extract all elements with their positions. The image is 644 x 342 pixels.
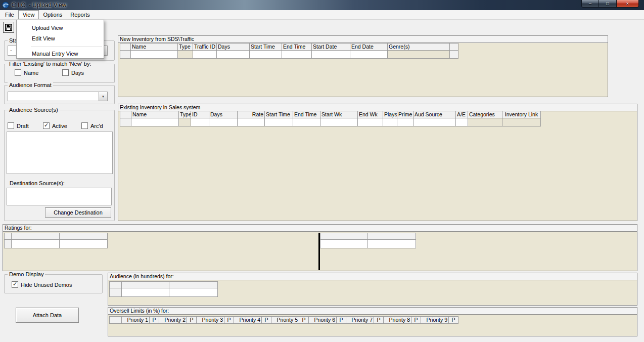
menu-bar: File View Options Reports	[0, 10, 644, 20]
destination-sources-label: Destination Source(s):	[10, 180, 65, 186]
close-button[interactable]: ×	[616, 0, 639, 8]
column-header: Days	[217, 44, 250, 51]
menu-file[interactable]: File	[1, 10, 18, 19]
cell[interactable]	[169, 288, 218, 297]
row-header-cell[interactable]	[110, 288, 122, 297]
save-button[interactable]	[3, 22, 14, 33]
cell[interactable]	[179, 118, 191, 126]
cell[interactable]	[312, 51, 350, 59]
new-inventory-table: Name Type Traffic ID Days Start Time End…	[120, 43, 458, 59]
column-header: Aud Source	[413, 111, 456, 118]
cell[interactable]	[320, 240, 368, 248]
hide-unused-demos-label: Hide Unused Demos	[21, 282, 72, 288]
oversell-table: Priority 1 P Priority 2 P Priority 3 P P…	[109, 316, 458, 324]
draft-checkbox[interactable]: Draft	[8, 122, 29, 129]
cell[interactable]	[358, 118, 383, 126]
oversell-panel: Oversell Limits (in %) for: Priority 1 P…	[108, 307, 637, 336]
table-header-row: Name Type Traffic ID Days Start Time End…	[120, 44, 458, 51]
cell[interactable]	[131, 51, 178, 59]
column-header: ID	[191, 111, 209, 118]
hide-unused-demos-checkbox[interactable]: ✓ Hide Unused Demos	[12, 281, 72, 288]
table-row	[5, 240, 108, 248]
audience-panel: Audience (in hundreds) for:	[108, 273, 637, 306]
column-header: P	[187, 317, 197, 324]
audience-format-combo-value	[8, 92, 99, 101]
cell[interactable]	[238, 118, 265, 126]
column-header	[110, 317, 122, 324]
cell[interactable]	[193, 51, 217, 59]
column-header: P	[337, 317, 346, 324]
row-header-cell[interactable]	[5, 240, 12, 248]
column-header: Name	[131, 111, 179, 118]
cell[interactable]	[293, 118, 320, 126]
cell[interactable]	[122, 288, 169, 297]
row-header-cell[interactable]	[120, 51, 131, 59]
column-header	[5, 233, 12, 240]
cell[interactable]	[178, 51, 193, 59]
cell[interactable]	[388, 51, 450, 59]
filter-days-checkbox[interactable]: Days	[62, 69, 84, 76]
window-controls: – □ ×	[581, 0, 639, 8]
cell[interactable]	[131, 118, 179, 126]
check-icon: ✓	[44, 122, 49, 128]
destination-sources-box[interactable]	[7, 188, 112, 205]
menu-item-manual-entry-view[interactable]: Manual Entry View	[17, 49, 104, 59]
cell[interactable]	[12, 240, 60, 248]
cell[interactable]	[383, 118, 397, 126]
cell[interactable]	[502, 118, 541, 126]
menu-options[interactable]: Options	[39, 10, 66, 19]
change-destination-button[interactable]: Change Destination	[45, 207, 111, 218]
close-icon: ×	[626, 2, 629, 6]
menu-item-upload-view[interactable]: Upload View	[17, 23, 104, 33]
cell[interactable]	[413, 118, 456, 126]
table-row	[120, 51, 458, 59]
maximize-button[interactable]: □	[599, 0, 616, 8]
cell[interactable]	[282, 51, 312, 59]
arcd-checkbox[interactable]: Arc'd	[81, 122, 103, 129]
column-header	[450, 44, 458, 51]
column-header: End Wk	[358, 111, 383, 118]
column-header: Start Time	[250, 44, 282, 51]
cell[interactable]	[468, 118, 502, 126]
menu-view[interactable]: View	[18, 10, 39, 19]
audience-sources-listbox[interactable]	[7, 132, 113, 174]
attach-data-button[interactable]: Attach Data	[16, 308, 79, 323]
cell[interactable]	[397, 118, 413, 126]
audience-panel-title: Audience (in hundreds) for:	[108, 273, 637, 280]
column-header: Days	[209, 111, 238, 118]
cell[interactable]	[368, 240, 416, 248]
column-header: P	[262, 317, 271, 324]
cell[interactable]	[217, 51, 250, 59]
table-row	[320, 240, 416, 248]
cell[interactable]	[191, 118, 209, 126]
row-header-cell[interactable]	[120, 118, 131, 126]
save-icon	[5, 24, 12, 31]
cell[interactable]	[320, 118, 358, 126]
column-header: P	[150, 317, 159, 324]
cell[interactable]	[250, 51, 282, 59]
filter-days-label: Days	[71, 70, 84, 76]
chevron-down-icon[interactable]: ▼	[99, 92, 107, 101]
checkbox-box	[15, 69, 21, 76]
filter-name-checkbox[interactable]: Name	[15, 69, 38, 76]
column-header: Priority 5	[271, 317, 299, 324]
column-header	[368, 233, 416, 240]
audience-format-combo[interactable]: ▼	[8, 92, 108, 101]
menu-item-edit-view[interactable]: Edit View	[17, 33, 104, 44]
cell[interactable]	[450, 51, 458, 59]
column-header: Priority 3	[197, 317, 224, 324]
minimize-button[interactable]: –	[581, 0, 599, 8]
column-header: P	[449, 317, 458, 324]
cell[interactable]	[350, 51, 388, 59]
cell[interactable]	[265, 118, 293, 126]
column-header: Priority 9	[421, 317, 449, 324]
checkbox-box: ✓	[43, 122, 50, 129]
cell[interactable]	[456, 118, 468, 126]
cell[interactable]	[60, 240, 108, 248]
menu-reports[interactable]: Reports	[66, 10, 94, 19]
cell[interactable]	[209, 118, 238, 126]
view-menu-popup: Upload View Edit View Manual Entry View	[16, 20, 104, 59]
column-header	[122, 282, 169, 288]
existing-inventory-title: Existing Inventory in Sales system	[118, 104, 637, 111]
active-checkbox[interactable]: ✓ Active	[43, 122, 67, 129]
